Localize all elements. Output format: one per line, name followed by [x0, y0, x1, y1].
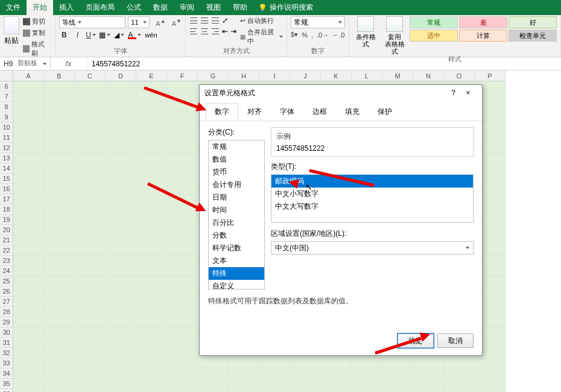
cell[interactable] [75, 245, 106, 256]
cell[interactable] [106, 215, 136, 225]
column-header[interactable]: N [413, 71, 444, 81]
category-item[interactable]: 分数 [209, 229, 264, 242]
cell[interactable] [136, 286, 167, 297]
align-bottom-button[interactable] [211, 16, 220, 25]
cell[interactable] [75, 327, 106, 338]
row-header[interactable]: 19 [0, 215, 13, 225]
cell[interactable] [136, 368, 167, 379]
menu-help[interactable]: 帮助 [227, 0, 253, 15]
column-header[interactable]: O [444, 71, 475, 81]
cell-style-calc[interactable]: 计算 [459, 30, 507, 42]
row-header[interactable]: 22 [0, 245, 13, 256]
cell[interactable] [167, 276, 198, 286]
cell[interactable] [136, 317, 167, 327]
cell[interactable] [13, 286, 44, 297]
cell[interactable] [13, 81, 44, 92]
cell[interactable] [44, 276, 75, 286]
cell[interactable] [106, 184, 136, 194]
cell[interactable] [167, 204, 198, 215]
column-header[interactable]: E [136, 71, 167, 81]
category-item[interactable]: 科学记数 [209, 242, 264, 254]
conditional-formatting-button[interactable]: 条件格式 [353, 16, 378, 55]
cell[interactable] [167, 348, 198, 358]
cell[interactable] [259, 358, 290, 368]
row-header[interactable]: 32 [0, 348, 13, 358]
cell[interactable] [44, 102, 75, 112]
cell[interactable] [259, 389, 290, 392]
cell[interactable] [167, 266, 198, 276]
dialog-close-button[interactable]: × [459, 89, 477, 97]
cell[interactable] [13, 256, 44, 266]
cell[interactable] [106, 204, 136, 215]
cell[interactable] [167, 163, 198, 174]
cell[interactable] [13, 112, 44, 122]
category-item[interactable]: 会计专用 [209, 179, 264, 191]
cell[interactable] [136, 235, 167, 245]
cell[interactable] [382, 389, 413, 392]
cell[interactable] [444, 389, 475, 392]
cell[interactable] [352, 368, 382, 379]
cell[interactable] [13, 133, 44, 143]
row-header[interactable]: 20 [0, 225, 13, 235]
cell[interactable] [44, 174, 75, 184]
formula-input[interactable]: 145574851222 [87, 60, 561, 68]
cell[interactable] [136, 256, 167, 266]
cell[interactable] [44, 122, 75, 133]
menu-review[interactable]: 审阅 [174, 0, 200, 15]
cell[interactable] [136, 327, 167, 338]
cell[interactable] [136, 338, 167, 348]
format-as-table-button[interactable]: 套用 表格格式 [382, 16, 407, 55]
cell[interactable] [44, 307, 75, 317]
cell[interactable] [106, 276, 136, 286]
cell[interactable] [75, 266, 106, 276]
cell[interactable] [106, 225, 136, 235]
cell[interactable] [167, 81, 198, 92]
cell[interactable] [352, 379, 382, 389]
row-header[interactable]: 23 [0, 256, 13, 266]
cell[interactable] [13, 174, 44, 184]
cell[interactable] [413, 389, 444, 392]
cell[interactable] [167, 307, 198, 317]
cell[interactable] [75, 215, 106, 225]
cell[interactable] [44, 256, 75, 266]
align-center-button[interactable] [200, 27, 209, 36]
cell[interactable] [75, 225, 106, 235]
cell[interactable] [475, 368, 506, 379]
name-box[interactable]: H9 [0, 57, 51, 70]
dialog-help-button[interactable]: ? [451, 89, 455, 97]
cell[interactable] [44, 389, 75, 392]
fx-button[interactable]: fx [51, 57, 87, 70]
cell[interactable] [167, 194, 198, 204]
cell[interactable] [75, 286, 106, 297]
cell[interactable] [75, 235, 106, 245]
cell[interactable] [75, 276, 106, 286]
cell[interactable] [44, 286, 75, 297]
column-header[interactable]: P [475, 71, 506, 81]
cell[interactable] [106, 92, 136, 102]
cell[interactable] [167, 235, 198, 245]
cell[interactable] [382, 368, 413, 379]
cell[interactable] [290, 368, 321, 379]
type-item[interactable]: 中文大写数字 [271, 200, 473, 213]
tab-number[interactable]: 数字 [206, 103, 238, 121]
cell[interactable] [198, 368, 229, 379]
cell[interactable] [106, 348, 136, 358]
cell[interactable] [106, 245, 136, 256]
cell-style-bad[interactable]: 差 [459, 16, 507, 28]
ok-button[interactable]: 确定 [398, 334, 434, 348]
cell[interactable] [167, 368, 198, 379]
cell[interactable] [136, 204, 167, 215]
cell[interactable] [13, 92, 44, 102]
cut-button[interactable]: ✂剪切 [22, 16, 51, 27]
cell[interactable] [44, 338, 75, 348]
cell[interactable] [136, 245, 167, 256]
cell[interactable] [44, 297, 75, 307]
cell[interactable] [136, 276, 167, 286]
cell[interactable] [167, 225, 198, 235]
format-painter-button[interactable]: 格式刷 [22, 39, 51, 58]
cancel-button[interactable]: 取消 [437, 334, 474, 348]
cell[interactable] [75, 389, 106, 392]
cell[interactable] [136, 112, 167, 122]
cell[interactable] [75, 102, 106, 112]
menu-formula[interactable]: 公式 [121, 0, 147, 15]
